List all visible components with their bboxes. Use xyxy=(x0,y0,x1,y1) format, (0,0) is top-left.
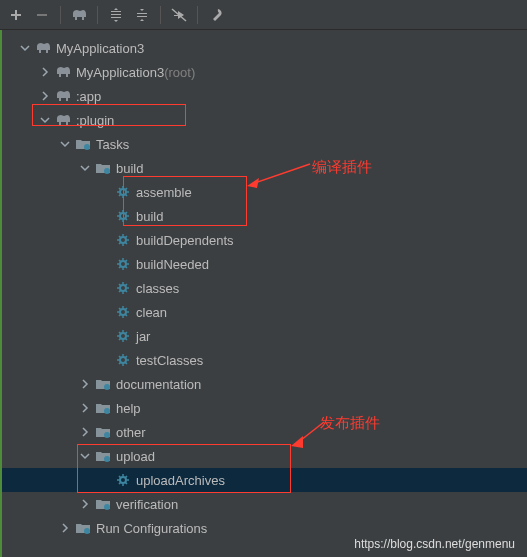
chevron-right-icon[interactable] xyxy=(38,89,52,103)
gear-icon xyxy=(114,255,132,273)
node-label: MyApplication3 xyxy=(76,65,164,80)
expand-all-icon[interactable] xyxy=(104,3,128,27)
tree-node[interactable]: verification xyxy=(0,492,527,516)
tree-node[interactable]: Tasks xyxy=(0,132,527,156)
node-label: :app xyxy=(76,89,101,104)
svg-point-8 xyxy=(120,309,126,315)
offline-icon[interactable] xyxy=(167,3,191,27)
tree-node[interactable]: :app xyxy=(0,84,527,108)
chevron-down-icon[interactable] xyxy=(58,137,72,151)
folder-gear-icon xyxy=(74,519,92,537)
watermark: https://blog.csdn.net/genmenu xyxy=(354,537,515,551)
svg-point-3 xyxy=(120,189,126,195)
node-label: testClasses xyxy=(136,353,203,368)
svg-point-2 xyxy=(104,168,110,174)
folder-gear-icon xyxy=(94,447,112,465)
node-label: Run Configurations xyxy=(96,521,207,536)
elephant-icon xyxy=(54,63,72,81)
tree-node-upload[interactable]: upload xyxy=(0,444,527,468)
left-edge-marker xyxy=(0,30,2,557)
folder-gear-icon xyxy=(94,375,112,393)
node-label: Tasks xyxy=(96,137,129,152)
svg-point-13 xyxy=(104,432,110,438)
gear-icon xyxy=(114,183,132,201)
svg-point-17 xyxy=(84,528,90,534)
wrench-icon[interactable] xyxy=(204,3,228,27)
node-suffix: (root) xyxy=(164,65,195,80)
tree-leaf[interactable]: build xyxy=(0,204,527,228)
gear-icon xyxy=(114,351,132,369)
svg-point-12 xyxy=(104,408,110,414)
svg-point-1 xyxy=(84,144,90,150)
chevron-down-icon[interactable] xyxy=(78,161,92,175)
tree-node[interactable]: build xyxy=(0,156,527,180)
chevron-right-icon[interactable] xyxy=(78,425,92,439)
plus-icon[interactable] xyxy=(4,3,28,27)
node-label: :plugin xyxy=(76,113,114,128)
folder-gear-icon xyxy=(94,423,112,441)
tree-node[interactable]: help xyxy=(0,396,527,420)
node-label: buildNeeded xyxy=(136,257,209,272)
tree-leaf[interactable]: jar xyxy=(0,324,527,348)
gear-icon xyxy=(114,207,132,225)
elephant-icon xyxy=(54,87,72,105)
node-label: MyApplication3 xyxy=(56,41,144,56)
tree-node-plugin[interactable]: :plugin xyxy=(0,108,527,132)
node-label: build xyxy=(136,209,163,224)
node-label: clean xyxy=(136,305,167,320)
svg-point-15 xyxy=(120,477,126,483)
tree-node[interactable]: MyApplication3 (root) xyxy=(0,60,527,84)
tree-leaf[interactable]: assemble xyxy=(0,180,527,204)
node-label: help xyxy=(116,401,141,416)
svg-point-4 xyxy=(120,213,126,219)
svg-rect-0 xyxy=(37,14,47,16)
minus-icon[interactable] xyxy=(30,3,54,27)
toolbar xyxy=(0,0,527,30)
toolbar-separator xyxy=(60,6,61,24)
elephant-icon[interactable] xyxy=(67,3,91,27)
collapse-all-icon[interactable] xyxy=(130,3,154,27)
svg-point-10 xyxy=(120,357,126,363)
node-label: verification xyxy=(116,497,178,512)
toolbar-separator xyxy=(97,6,98,24)
tree-node[interactable]: documentation xyxy=(0,372,527,396)
tree-leaf[interactable]: clean xyxy=(0,300,527,324)
svg-point-11 xyxy=(104,384,110,390)
node-label: jar xyxy=(136,329,150,344)
node-label: other xyxy=(116,425,146,440)
elephant-icon xyxy=(34,39,52,57)
chevron-down-icon[interactable] xyxy=(18,41,32,55)
gear-icon xyxy=(114,231,132,249)
svg-point-14 xyxy=(104,456,110,462)
tree-node[interactable]: other xyxy=(0,420,527,444)
folder-gear-icon xyxy=(74,135,92,153)
gear-icon xyxy=(114,471,132,489)
tree-leaf[interactable]: buildDependents xyxy=(0,228,527,252)
chevron-right-icon[interactable] xyxy=(58,521,72,535)
chevron-right-icon[interactable] xyxy=(78,497,92,511)
gradle-tree: MyApplication3 MyApplication3 (root) :ap… xyxy=(0,30,527,546)
chevron-right-icon[interactable] xyxy=(78,401,92,415)
chevron-down-icon[interactable] xyxy=(78,449,92,463)
chevron-right-icon[interactable] xyxy=(38,65,52,79)
svg-point-5 xyxy=(120,237,126,243)
folder-gear-icon xyxy=(94,399,112,417)
node-label: classes xyxy=(136,281,179,296)
node-label: uploadArchives xyxy=(136,473,225,488)
gear-icon xyxy=(114,303,132,321)
chevron-down-icon[interactable] xyxy=(38,113,52,127)
tree-leaf[interactable]: buildNeeded xyxy=(0,252,527,276)
node-label: documentation xyxy=(116,377,201,392)
tree-leaf[interactable]: testClasses xyxy=(0,348,527,372)
toolbar-separator xyxy=(160,6,161,24)
gear-icon xyxy=(114,279,132,297)
tree-leaf[interactable]: classes xyxy=(0,276,527,300)
toolbar-separator xyxy=(197,6,198,24)
folder-gear-icon xyxy=(94,495,112,513)
tree-leaf-uploadarchives[interactable]: uploadArchives xyxy=(0,468,527,492)
svg-point-16 xyxy=(104,504,110,510)
chevron-right-icon[interactable] xyxy=(78,377,92,391)
folder-gear-icon xyxy=(94,159,112,177)
tree-node-root[interactable]: MyApplication3 xyxy=(0,36,527,60)
svg-point-9 xyxy=(120,333,126,339)
